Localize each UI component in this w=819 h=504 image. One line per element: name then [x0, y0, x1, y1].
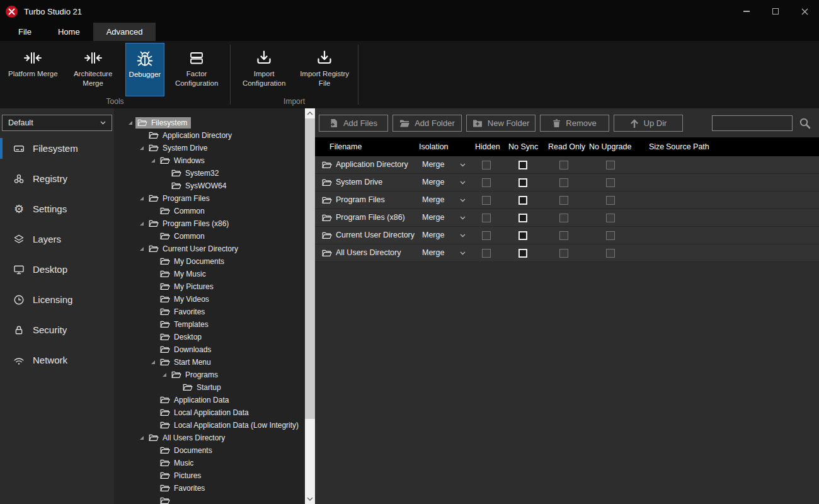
table-row[interactable]: Program Files (x86)Merge [315, 209, 819, 227]
tree-item[interactable]: Favorites [114, 482, 305, 495]
hidden-checkbox[interactable] [482, 231, 491, 240]
table-row[interactable]: Current User DirectoryMerge [315, 227, 819, 244]
no-upgrade-checkbox[interactable] [606, 161, 615, 169]
chevron-down-icon[interactable] [460, 163, 466, 167]
sidebar-item-filesystem[interactable]: Filesystem [0, 138, 114, 159]
scrollbar-thumb[interactable] [305, 118, 315, 419]
isolation-dropdown-value[interactable]: Merge [422, 209, 444, 226]
ribbon-button-architecture-merge[interactable]: Architecture Merge [65, 43, 122, 96]
sidebar-item-network[interactable]: Network [0, 350, 114, 370]
tree-item[interactable]: My Pictures [114, 280, 305, 293]
expander-icon[interactable] [139, 247, 145, 251]
expander-icon[interactable] [139, 222, 145, 226]
table-row[interactable]: System DriveMerge [315, 174, 819, 192]
no-sync-checkbox[interactable] [518, 214, 527, 222]
maximize-button[interactable] [761, 0, 790, 23]
isolation-dropdown-value[interactable]: Merge [422, 174, 444, 191]
read-only-checkbox[interactable] [559, 178, 568, 187]
tree-item[interactable]: Filesystem [114, 117, 305, 129]
hidden-checkbox[interactable] [482, 178, 491, 187]
up-dir-button[interactable]: Up Dir [614, 115, 683, 132]
chevron-down-icon[interactable] [460, 181, 466, 185]
read-only-checkbox[interactable] [559, 214, 568, 222]
table-row[interactable]: All Users DirectoryMerge [315, 244, 819, 262]
tree-item[interactable]: Common [114, 230, 305, 243]
no-sync-checkbox[interactable] [518, 196, 527, 205]
ribbon-button-debugger[interactable]: Debugger [125, 43, 165, 96]
add-folder-button[interactable]: Add Folder [392, 115, 462, 132]
read-only-checkbox[interactable] [559, 249, 568, 258]
chevron-down-icon[interactable] [460, 216, 466, 220]
scroll-up-button[interactable] [305, 108, 315, 118]
menu-tab-advanced[interactable]: Advanced [93, 23, 156, 41]
tree-item[interactable]: Application Directory [114, 129, 305, 142]
expander-icon[interactable] [139, 146, 145, 150]
tree-item[interactable]: Startup [114, 381, 305, 394]
tree-item[interactable]: Local Application Data [114, 406, 305, 419]
tree-item[interactable]: SysWOW64 [114, 180, 305, 192]
tree-item[interactable]: Programs [114, 369, 305, 381]
expander-icon[interactable] [139, 197, 145, 200]
tree-item[interactable]: My Music [114, 268, 305, 280]
no-upgrade-checkbox[interactable] [606, 249, 615, 258]
minimize-button[interactable] [732, 0, 761, 23]
tree-item[interactable]: Music [114, 457, 305, 469]
chevron-down-icon[interactable] [460, 251, 466, 255]
expander-icon[interactable] [161, 373, 168, 377]
tree-scrollbar[interactable] [305, 108, 315, 504]
no-upgrade-checkbox[interactable] [606, 196, 615, 205]
sidebar-item-security[interactable]: Security [0, 319, 114, 340]
isolation-dropdown-value[interactable]: Merge [422, 227, 444, 244]
tree-item[interactable]: Pictures [114, 469, 305, 482]
chevron-down-icon[interactable] [460, 234, 466, 238]
tree-item[interactable]: Program Files [114, 192, 305, 205]
read-only-checkbox[interactable] [559, 231, 568, 240]
no-sync-checkbox[interactable] [518, 231, 527, 240]
tree-item[interactable] [114, 495, 305, 504]
tree-item[interactable]: My Videos [114, 293, 305, 306]
add-files-button[interactable]: Add Files [319, 115, 388, 132]
no-sync-checkbox[interactable] [518, 161, 527, 169]
read-only-checkbox[interactable] [559, 196, 568, 205]
chevron-down-icon[interactable] [460, 198, 466, 202]
tree-item[interactable]: Windows [114, 154, 305, 167]
no-upgrade-checkbox[interactable] [606, 178, 615, 187]
expander-icon[interactable] [150, 360, 156, 364]
search-input[interactable] [713, 116, 792, 130]
expander-icon[interactable] [150, 159, 156, 163]
tree-item[interactable]: Desktop [114, 331, 305, 343]
tree-item[interactable]: Current User Directory [114, 243, 305, 255]
ribbon-button-factor-configuration[interactable]: Factor Configuration [168, 43, 225, 96]
no-sync-checkbox[interactable] [518, 178, 527, 187]
hidden-checkbox[interactable] [482, 196, 491, 205]
sidebar-item-settings[interactable]: ⚙Settings [0, 198, 114, 219]
tree-item[interactable]: Documents [114, 444, 305, 457]
tree-item[interactable]: All Users Directory [114, 432, 305, 444]
ribbon-button-import-registry-file[interactable]: Import Registry File [296, 43, 353, 96]
profile-selector[interactable]: Default [2, 115, 112, 131]
tree-item[interactable]: Favorites [114, 306, 305, 318]
tree-item[interactable]: System32 [114, 167, 305, 180]
sidebar-item-layers[interactable]: Layers [0, 229, 114, 249]
tree-item[interactable]: Templates [114, 318, 305, 331]
tree-item[interactable]: System Drive [114, 142, 305, 154]
read-only-checkbox[interactable] [559, 161, 568, 169]
sidebar-item-licensing[interactable]: Licensing [0, 289, 114, 310]
isolation-dropdown-value[interactable]: Merge [422, 244, 444, 261]
sidebar-item-desktop[interactable]: Desktop [0, 259, 114, 280]
ribbon-button-import-configuration[interactable]: Import Configuration [236, 43, 292, 96]
menu-tab-file[interactable]: File [5, 23, 45, 41]
remove-button[interactable]: Remove [540, 115, 609, 132]
tree-item[interactable]: Common [114, 205, 305, 217]
expander-icon[interactable] [139, 436, 145, 440]
no-sync-checkbox[interactable] [518, 249, 527, 258]
sidebar-item-registry[interactable]: Registry [0, 168, 114, 189]
scroll-down-button[interactable] [305, 494, 315, 504]
new-folder-button[interactable]: New Folder [466, 115, 536, 132]
tree-item[interactable]: My Documents [114, 255, 305, 268]
no-upgrade-checkbox[interactable] [606, 214, 615, 222]
menu-tab-home[interactable]: Home [45, 23, 93, 41]
table-row[interactable]: Program FilesMerge [315, 192, 819, 209]
isolation-dropdown-value[interactable]: Merge [422, 156, 444, 173]
isolation-dropdown-value[interactable]: Merge [422, 192, 444, 209]
